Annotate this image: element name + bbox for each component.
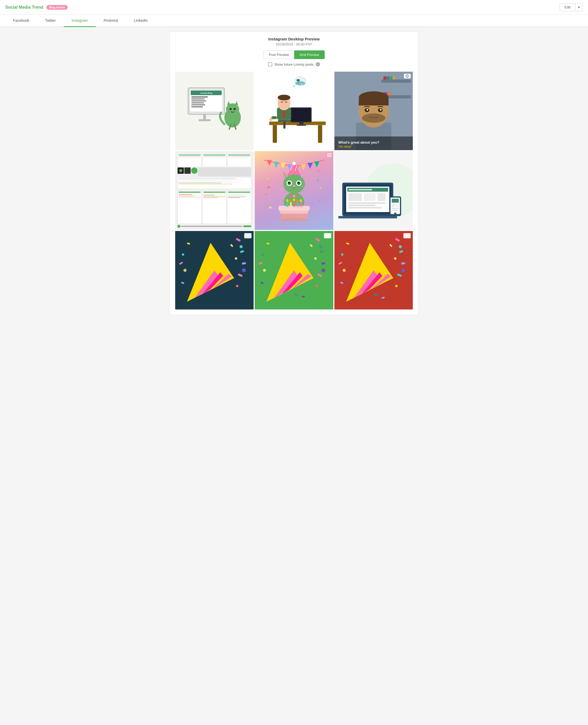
svg-point-93 [288,181,291,185]
svg-marker-74 [267,160,272,166]
tab-twitter[interactable]: Twitter [37,15,63,27]
svg-rect-157 [230,244,233,247]
svg-rect-51 [407,76,408,77]
svg-point-169 [326,235,328,236]
grid-item-3-3[interactable] [334,231,413,309]
grid-item-1-2[interactable] [255,72,333,150]
grid-item-3-1[interactable] [175,231,254,309]
svg-rect-28 [297,124,306,126]
svg-rect-65 [358,99,388,105]
svg-point-109 [278,218,310,222]
svg-rect-159 [238,273,243,277]
svg-point-182 [314,257,317,260]
svg-rect-167 [181,281,184,284]
app-header: Social Media Trend Blog Article Edit ▾ [0,0,588,15]
svg-rect-179 [321,262,326,265]
svg-point-115 [286,199,288,202]
svg-rect-199 [395,238,400,242]
svg-rect-24 [318,125,322,143]
svg-rect-176 [315,238,320,242]
svg-rect-143 [392,204,395,207]
svg-point-187 [261,253,264,256]
svg-point-118 [296,200,298,202]
svg-point-192 [405,235,407,236]
grid-item-2-2[interactable]: ✦ ✦ [255,151,333,230]
svg-rect-180 [317,273,322,277]
svg-rect-137 [348,205,376,206]
instagram-grid: Loomly Blog [175,72,413,309]
svg-rect-208 [346,242,349,245]
svg-marker-81 [314,161,319,167]
svg-rect-135 [377,193,385,201]
svg-rect-60 [387,92,391,95]
svg-point-35 [278,95,290,101]
video-indicator-1-3 [404,74,411,79]
svg-rect-186 [258,261,263,265]
post-preview-button[interactable]: Post Preview [263,51,294,59]
svg-point-120 [268,186,270,188]
svg-rect-23 [273,125,277,143]
svg-marker-79 [301,164,306,170]
svg-rect-134 [364,193,376,201]
svg-rect-53 [381,80,411,83]
svg-text:I'm nice!: I'm nice! [338,145,352,148]
main-content: Instagram Desktop Preview 02/28/2019 - 0… [166,27,422,319]
svg-rect-26 [292,108,311,121]
svg-rect-132 [349,189,372,190]
svg-point-117 [293,198,295,201]
future-posts-checkbox[interactable] [268,62,272,66]
svg-rect-112 [293,200,295,207]
tab-instagram[interactable]: Instagram [64,15,96,27]
svg-point-122 [269,206,271,209]
svg-rect-188 [260,281,264,284]
tab-facebook[interactable]: Facebook [5,15,37,27]
svg-rect-193 [407,235,408,236]
svg-rect-8 [191,104,205,105]
grid-item-1-1[interactable]: Loomly Blog [175,72,254,150]
video-indicator-3-2 [324,233,331,238]
svg-rect-56 [387,76,389,80]
edit-button[interactable]: Edit [560,3,575,11]
grid-preview-button[interactable]: Grid Preview [294,51,324,59]
svg-point-207 [395,285,398,287]
svg-rect-202 [401,262,405,265]
svg-point-96 [297,182,299,183]
svg-point-97 [293,185,295,187]
svg-point-166 [182,253,184,256]
info-icon[interactable]: i [316,62,320,66]
svg-point-105 [293,195,295,197]
svg-rect-55 [383,76,386,80]
svg-point-163 [236,285,238,287]
svg-point-210 [341,253,343,256]
tab-pinterest[interactable]: Pinterest [96,15,126,27]
svg-point-212 [342,268,346,272]
svg-text:✦: ✦ [317,169,320,173]
svg-rect-10 [203,114,206,119]
grid-item-1-3[interactable]: What's great about you? I'm nice! [334,72,413,150]
tabs-bar: Facebook Twitter Instagram Pinterest Lin… [0,15,588,27]
svg-point-162 [242,268,246,272]
svg-rect-203 [397,273,402,277]
grid-item-2-1[interactable] [175,151,254,230]
svg-rect-177 [319,250,324,253]
grid-item-3-2[interactable] [255,231,333,309]
grid-item-2-3[interactable] [334,151,413,230]
svg-rect-125 [319,187,321,188]
svg-marker-76 [280,163,285,169]
svg-rect-155 [236,238,241,242]
blog-badge: Blog Article [46,5,68,10]
svg-rect-144 [396,204,399,207]
svg-point-184 [315,285,318,287]
svg-rect-5 [191,98,205,100]
edit-dropdown-button[interactable]: ▾ [575,3,583,11]
svg-point-189 [263,268,266,272]
svg-rect-191 [301,295,305,298]
svg-point-206 [401,268,405,272]
svg-text:What's great about you?: What's great about you? [338,140,379,144]
tab-linkedin[interactable]: LinkedIn [126,15,155,27]
svg-rect-31 [284,122,286,128]
svg-point-119 [300,199,302,202]
svg-rect-211 [340,281,343,284]
svg-point-44 [301,83,302,84]
svg-rect-30 [278,120,290,122]
